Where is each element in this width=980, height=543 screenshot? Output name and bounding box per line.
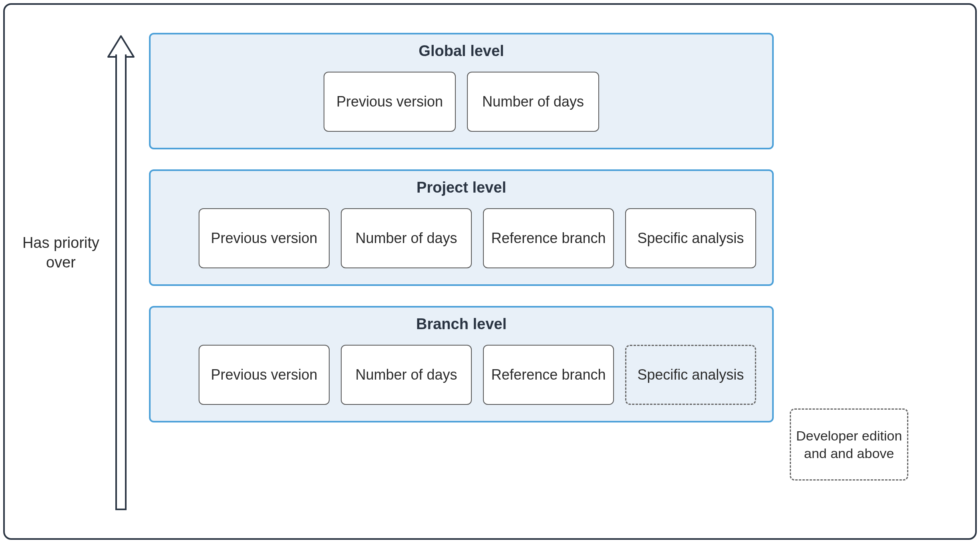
option-box: Previous version [199, 345, 330, 405]
level-boxes: Previous version Number of days [167, 72, 756, 132]
level-title: Project level [167, 179, 756, 196]
option-box-dashed: Specific analysis [625, 345, 756, 405]
option-box: Number of days [341, 345, 472, 405]
level-boxes: Previous version Number of days Referenc… [167, 345, 756, 405]
option-box: Reference branch [483, 208, 614, 268]
option-box: Specific analysis [625, 208, 756, 268]
svg-rect-0 [116, 55, 126, 509]
level-title: Branch level [167, 316, 756, 333]
level-boxes: Previous version Number of days Referenc… [167, 208, 756, 268]
legend-dashed-box: Developer edition and and above [790, 408, 908, 481]
level-global: Global level Previous version Number of … [149, 33, 774, 149]
diagram-frame: Has priority over Global level Previous … [3, 3, 977, 540]
option-box: Previous version [199, 208, 330, 268]
level-title: Global level [167, 42, 756, 60]
option-box: Reference branch [483, 345, 614, 405]
option-box: Number of days [467, 72, 599, 132]
levels-container: Global level Previous version Number of … [149, 33, 774, 422]
priority-arrow-icon [105, 33, 137, 513]
option-box: Number of days [341, 208, 472, 268]
priority-arrow-label: Has priority over [21, 233, 101, 273]
svg-rect-1 [117, 54, 125, 58]
option-box: Previous version [324, 72, 456, 132]
level-project: Project level Previous version Number of… [149, 169, 774, 286]
level-branch: Branch level Previous version Number of … [149, 306, 774, 422]
